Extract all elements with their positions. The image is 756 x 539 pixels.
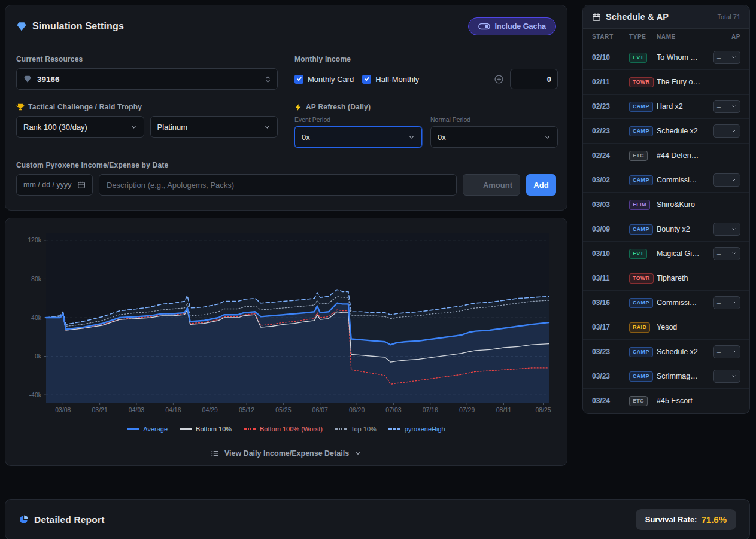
add-income-plus-icon[interactable] xyxy=(494,74,504,84)
row-ap-select[interactable]: – xyxy=(713,100,740,113)
row-ap-cell: – xyxy=(712,345,740,358)
gem-icon xyxy=(16,21,27,32)
row-ap-select[interactable]: – xyxy=(713,247,740,260)
row-type-badge: CAMP xyxy=(629,298,653,308)
detailed-report-panel: Detailed Report Survival Rate: 71.6% xyxy=(5,499,750,539)
row-type-cell: TOWR xyxy=(629,273,657,284)
current-resources-input[interactable]: 39166 xyxy=(16,68,278,90)
row-name: Commissi… xyxy=(657,176,712,184)
svg-text:06/20: 06/20 xyxy=(349,406,365,413)
row-ap-cell: – xyxy=(712,370,740,383)
svg-text:07/29: 07/29 xyxy=(459,406,475,413)
date-input[interactable]: mm / dd / yyyy xyxy=(16,174,93,196)
ap-refresh-selects: Event Period 0x Normal Period xyxy=(294,116,558,148)
schedule-row: 02/23 CAMP Schedule x2 – xyxy=(583,119,749,144)
row-start-date: 02/10 xyxy=(592,53,629,62)
normal-period-select[interactable]: 0x xyxy=(430,126,558,148)
row-name: Shiro&Kuro xyxy=(657,200,712,209)
schedule-row: 03/23 CAMP Scrimmag… – xyxy=(583,364,749,389)
calendar-icon xyxy=(592,13,601,22)
row-ap-select[interactable]: – xyxy=(713,296,740,309)
svg-text:0k: 0k xyxy=(35,352,42,360)
legend-swatch xyxy=(244,428,256,430)
row-type-cell: CAMP xyxy=(629,224,657,235)
row-start-date: 03/03 xyxy=(592,200,629,209)
row-type-cell: CAMP xyxy=(629,371,657,382)
resource-chart-panel: 120k80k40k0k-40k03/0803/2104/0304/1604/2… xyxy=(5,218,567,466)
schedule-row: 02/10 EVT To Whom … – xyxy=(583,45,749,70)
rank-select-value: Rank 100 (30/day) xyxy=(23,123,87,132)
view-details-button[interactable]: View Daily Income/Expense Details xyxy=(5,441,567,465)
row-type-badge: ETC xyxy=(629,396,648,406)
legend-item[interactable]: pyroxeneHigh xyxy=(388,425,445,433)
row-type-badge: CAMP xyxy=(629,175,653,185)
row-ap-select[interactable]: – xyxy=(713,370,740,383)
row-ap-value: – xyxy=(717,348,721,355)
add-button[interactable]: Add xyxy=(526,174,556,196)
row-type-badge: CAMP xyxy=(629,224,653,235)
legend-item[interactable]: Bottom 100% (Worst) xyxy=(244,425,323,433)
column-name: NAME xyxy=(657,34,712,40)
monthly-card-checkbox[interactable] xyxy=(294,75,303,84)
description-input[interactable] xyxy=(99,174,457,196)
row-type-cell: CAMP xyxy=(629,347,657,357)
monthly-income-row: Monthly Card Half-Monthly xyxy=(294,68,558,90)
row-name: Tiphareth xyxy=(657,274,712,282)
svg-text:04/03: 04/03 xyxy=(129,406,144,413)
pie-chart-icon xyxy=(19,514,29,525)
event-period-label: Event Period xyxy=(294,116,422,123)
lightning-icon xyxy=(294,103,302,111)
row-name: Bounty x2 xyxy=(657,225,712,233)
svg-text:05/12: 05/12 xyxy=(239,406,254,413)
row-ap-select[interactable]: – xyxy=(713,223,740,236)
row-ap-select[interactable]: – xyxy=(713,173,740,187)
include-gacha-toggle[interactable]: Include Gacha xyxy=(468,17,556,35)
event-period-select[interactable]: 0x xyxy=(294,126,422,148)
legend-item[interactable]: Top 10% xyxy=(335,425,377,433)
settings-title: Simulation Settings xyxy=(32,21,124,32)
legend-swatch xyxy=(335,428,347,430)
chevron-down-icon xyxy=(544,134,551,141)
row-start-date: 03/02 xyxy=(592,176,629,184)
row-ap-select[interactable]: – xyxy=(713,124,740,138)
date-placeholder: mm / dd / yyyy xyxy=(23,181,72,189)
row-ap-select[interactable]: – xyxy=(713,51,740,64)
svg-text:06/07: 06/07 xyxy=(312,406,328,413)
svg-text:03/21: 03/21 xyxy=(92,406,108,413)
svg-text:120k: 120k xyxy=(28,236,42,243)
amount-input[interactable] xyxy=(463,174,520,196)
half-monthly-checkbox[interactable] xyxy=(362,75,371,84)
chevron-down-icon xyxy=(408,134,415,141)
rank-select[interactable]: Rank 100 (30/day) xyxy=(16,116,144,138)
row-start-date: 02/23 xyxy=(592,127,629,135)
svg-text:04/29: 04/29 xyxy=(202,406,218,413)
monthly-extra-input[interactable] xyxy=(510,69,558,89)
row-type-badge: CAMP xyxy=(629,371,653,382)
custom-entry-label: Custom Pyroxene Income/Expense by Date xyxy=(16,161,556,169)
row-start-date: 03/23 xyxy=(592,372,629,380)
chart-area: 120k80k40k0k-40k03/0803/2104/0304/1604/2… xyxy=(5,218,567,421)
row-type-badge: TOWR xyxy=(629,273,654,284)
row-type-cell: CAMP xyxy=(629,126,657,136)
schedule-title: Schedule & AP xyxy=(606,12,669,22)
legend-item[interactable]: Bottom 10% xyxy=(180,425,232,433)
survival-rate-value: 71.6% xyxy=(701,514,727,525)
main-column: Simulation Settings Include Gacha Curren… xyxy=(5,5,567,466)
top-row: Simulation Settings Include Gacha Curren… xyxy=(5,5,750,466)
legend-item[interactable]: Average xyxy=(127,425,168,433)
toggle-on-icon xyxy=(478,23,490,30)
trophy-icon xyxy=(16,103,25,111)
normal-period-label: Normal Period xyxy=(430,116,558,123)
current-resources-label: Current Resources xyxy=(16,55,278,63)
trophy-tier-value: Platinum xyxy=(157,123,188,132)
row-ap-cell: – xyxy=(712,100,740,113)
number-stepper[interactable] xyxy=(265,75,271,84)
row-start-date: 02/23 xyxy=(592,102,629,111)
legend-label: Average xyxy=(143,425,168,433)
row-type-cell: CAMP xyxy=(629,175,657,185)
row-ap-value: – xyxy=(717,54,721,61)
row-ap-select[interactable]: – xyxy=(713,345,740,358)
schedule-header: Schedule & AP Total 71 xyxy=(583,5,749,29)
trophy-tier-select[interactable]: Platinum xyxy=(150,116,278,138)
row-ap-value: – xyxy=(717,250,721,257)
